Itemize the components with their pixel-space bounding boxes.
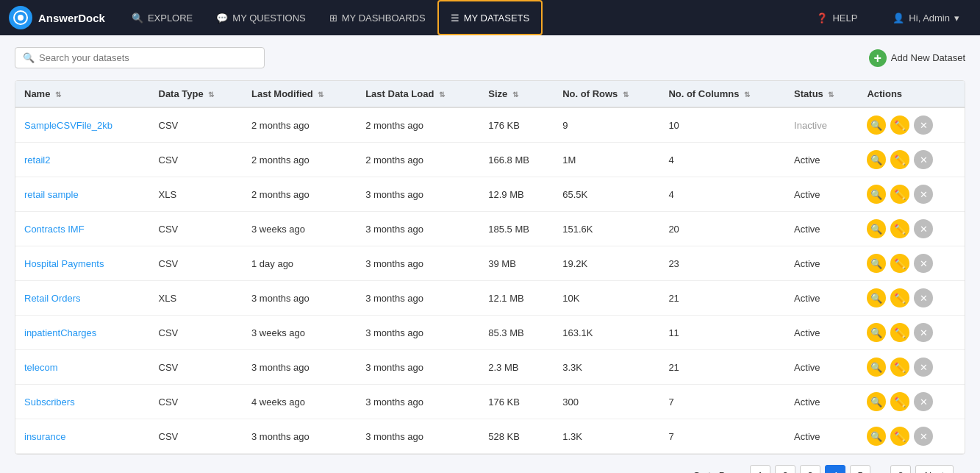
cell-last-load: 3 months ago [357,350,479,385]
action-delete-btn[interactable]: ✕ [914,392,933,411]
action-edit-btn[interactable]: ✏️ [890,323,909,342]
cell-num-columns: 7 [659,385,785,419]
action-delete-btn[interactable]: ✕ [914,185,933,204]
cell-name[interactable]: Subscribers [15,385,150,419]
cell-datatype: CSV [150,385,243,419]
cell-status: Active [785,143,858,177]
table-row: SampleCSVFile_2kb CSV 2 months ago 2 mon… [15,107,965,143]
cell-num-rows: 9 [554,107,659,143]
action-edit-btn[interactable]: ✏️ [890,115,909,135]
user-icon: 👤 [893,13,904,24]
table-row: retail sample XLS 2 months ago 3 months … [15,177,965,212]
action-edit-btn[interactable]: ✏️ [890,254,909,273]
brand-logo [9,6,32,29]
col-last-data-load[interactable]: Last Data Load ⇅ [357,81,479,107]
col-name[interactable]: Name ⇅ [15,81,150,107]
col-size[interactable]: Size ⇅ [479,81,554,107]
action-delete-btn[interactable]: ✕ [914,358,933,377]
action-edit-btn[interactable]: ✏️ [890,150,909,169]
cell-last-load: 3 months ago [357,177,479,212]
table-row: inpatientCharges CSV 3 weeks ago 3 month… [15,316,965,350]
cell-name[interactable]: telecom [15,350,150,385]
page-5-btn[interactable]: 5 [850,465,870,473]
col-status[interactable]: Status ⇅ [785,81,858,107]
page-2-btn[interactable]: 2 [775,465,795,473]
action-edit-btn[interactable]: ✏️ [890,219,909,238]
col-last-modified[interactable]: Last Modified ⇅ [243,81,357,107]
action-edit-btn[interactable]: ✏️ [890,288,909,307]
cell-size: 85.3 MB [479,316,554,350]
nav-right: ❓ HELP 👤 Hi, Admin ▾ [804,0,971,35]
action-delete-btn[interactable]: ✕ [914,323,933,342]
cell-datatype: CSV [150,212,243,246]
cell-actions: 🔍 ✏️ ✕ [858,385,965,419]
action-edit-btn[interactable]: ✏️ [890,427,909,446]
nav-my-dashboards[interactable]: ⊞ MY DASHBOARDS [318,0,437,35]
action-delete-btn[interactable]: ✕ [914,288,933,307]
search-icon: 🔍 [23,52,35,63]
col-actions: Actions [858,81,965,107]
page-1-btn[interactable]: 1 [750,465,770,473]
cell-datatype: XLS [150,177,243,212]
action-edit-btn[interactable]: ✏️ [890,392,909,411]
action-search-btn[interactable]: 🔍 [867,219,886,238]
col-datatype[interactable]: Data Type ⇅ [150,81,243,107]
action-edit-btn[interactable]: ✏️ [890,358,909,377]
cell-datatype: CSV [150,143,243,177]
action-delete-btn[interactable]: ✕ [914,150,933,169]
cell-actions: 🔍 ✏️ ✕ [858,212,965,246]
action-delete-btn[interactable]: ✕ [914,115,933,135]
search-input[interactable] [39,52,257,63]
col-num-columns[interactable]: No. of Columns ⇅ [659,81,785,107]
cell-status: Active [785,246,858,281]
nav-explore[interactable]: 🔍 EXPLORE [120,0,204,35]
action-search-btn[interactable]: 🔍 [867,185,886,204]
nav-help[interactable]: ❓ HELP [804,0,869,35]
cell-size: 2.3 MB [479,350,554,385]
action-search-btn[interactable]: 🔍 [867,115,886,135]
nav-user[interactable]: 👤 Hi, Admin ▾ [881,0,971,35]
datasets-icon: ☰ [451,13,459,24]
action-search-btn[interactable]: 🔍 [867,392,886,411]
col-num-rows[interactable]: No. of Rows ⇅ [554,81,659,107]
action-search-btn[interactable]: 🔍 [867,150,886,169]
cell-name[interactable]: insurance [15,419,150,454]
cell-name[interactable]: retail sample [15,177,150,212]
cell-actions: 🔍 ✏️ ✕ [858,419,965,454]
action-delete-btn[interactable]: ✕ [914,427,933,446]
page-4-btn[interactable]: 4 [825,465,845,473]
action-delete-btn[interactable]: ✕ [914,219,933,238]
next-page-button[interactable]: Next [915,465,954,473]
navbar: AnswerDock 🔍 EXPLORE 💬 MY QUESTIONS ⊞ MY… [0,0,980,35]
cell-name[interactable]: SampleCSVFile_2kb [15,107,150,143]
cell-actions: 🔍 ✏️ ✕ [858,350,965,385]
cell-status: Active [785,177,858,212]
nav-items: 🔍 EXPLORE 💬 MY QUESTIONS ⊞ MY DASHBOARDS… [120,0,805,35]
cell-last-modified: 3 weeks ago [243,212,357,246]
page-8-btn[interactable]: 8 [890,465,911,473]
action-search-btn[interactable]: 🔍 [867,254,886,273]
page-3-btn[interactable]: 3 [800,465,820,473]
cell-last-modified: 4 weeks ago [243,385,357,419]
cell-name[interactable]: retail2 [15,143,150,177]
add-dataset-button[interactable]: + Add New Dataset [869,49,965,67]
cell-name[interactable]: inpatientCharges [15,316,150,350]
cell-name[interactable]: Retail Orders [15,281,150,316]
nav-my-datasets[interactable]: ☰ MY DATASETS [437,0,543,35]
help-icon: ❓ [816,13,828,24]
action-search-btn[interactable]: 🔍 [867,358,886,377]
cell-status: Active [785,419,858,454]
cell-last-modified: 3 weeks ago [243,316,357,350]
action-search-btn[interactable]: 🔍 [867,323,886,342]
action-edit-btn[interactable]: ✏️ [890,185,909,204]
action-delete-btn[interactable]: ✕ [914,254,933,273]
cell-name[interactable]: Contracts IMF [15,212,150,246]
action-search-btn[interactable]: 🔍 [867,288,886,307]
cell-status: Active [785,385,858,419]
nav-my-questions[interactable]: 💬 MY QUESTIONS [204,0,317,35]
cell-last-load: 3 months ago [357,281,479,316]
cell-last-load: 3 months ago [357,316,479,350]
cell-name[interactable]: Hospital Payments [15,246,150,281]
cell-size: 176 KB [479,385,554,419]
action-search-btn[interactable]: 🔍 [867,427,886,446]
